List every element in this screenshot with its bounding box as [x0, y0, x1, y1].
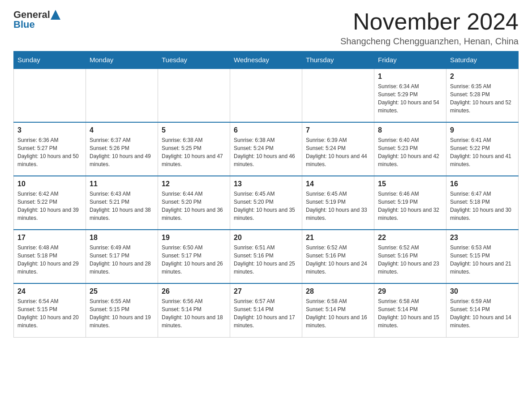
calendar-cell: 24Sunrise: 6:54 AM Sunset: 5:15 PM Dayli… [14, 283, 86, 337]
day-info: Sunrise: 6:45 AM Sunset: 5:20 PM Dayligh… [234, 190, 298, 222]
calendar-cell: 7Sunrise: 6:39 AM Sunset: 5:24 PM Daylig… [302, 122, 374, 176]
day-number: 15 [378, 180, 442, 188]
weekday-header-wednesday: Wednesday [230, 51, 302, 69]
day-info: Sunrise: 6:50 AM Sunset: 5:17 PM Dayligh… [162, 244, 226, 276]
calendar-cell [86, 68, 158, 122]
day-info: Sunrise: 6:35 AM Sunset: 5:28 PM Dayligh… [450, 82, 515, 115]
calendar-cell: 14Sunrise: 6:45 AM Sunset: 5:19 PM Dayli… [302, 176, 374, 230]
day-number: 2 [450, 73, 515, 81]
calendar-week-1: 1Sunrise: 6:34 AM Sunset: 5:29 PM Daylig… [14, 68, 519, 122]
day-info: Sunrise: 6:45 AM Sunset: 5:19 PM Dayligh… [306, 190, 370, 222]
day-info: Sunrise: 6:49 AM Sunset: 5:17 PM Dayligh… [90, 244, 154, 276]
day-number: 12 [162, 180, 226, 188]
calendar-cell: 1Sunrise: 6:34 AM Sunset: 5:29 PM Daylig… [374, 68, 446, 122]
day-number: 27 [234, 287, 298, 295]
day-number: 30 [450, 287, 515, 295]
day-number: 10 [17, 180, 82, 188]
calendar-cell: 9Sunrise: 6:41 AM Sunset: 5:22 PM Daylig… [446, 122, 519, 176]
day-info: Sunrise: 6:55 AM Sunset: 5:15 PM Dayligh… [90, 297, 154, 330]
day-number: 11 [90, 180, 154, 188]
calendar-cell: 30Sunrise: 6:59 AM Sunset: 5:14 PM Dayli… [446, 283, 519, 337]
calendar-cell: 13Sunrise: 6:45 AM Sunset: 5:20 PM Dayli… [230, 176, 302, 230]
weekday-header-tuesday: Tuesday [158, 51, 230, 69]
calendar-cell: 6Sunrise: 6:38 AM Sunset: 5:24 PM Daylig… [230, 122, 302, 176]
calendar-cell: 29Sunrise: 6:58 AM Sunset: 5:14 PM Dayli… [374, 283, 446, 337]
day-number: 24 [17, 287, 82, 295]
calendar-cell: 23Sunrise: 6:53 AM Sunset: 5:15 PM Dayli… [446, 230, 519, 283]
day-number: 25 [90, 287, 154, 295]
day-number: 4 [90, 126, 154, 134]
day-number: 13 [234, 180, 298, 188]
weekday-header-sunday: Sunday [14, 51, 86, 69]
calendar-cell: 15Sunrise: 6:46 AM Sunset: 5:19 PM Dayli… [374, 176, 446, 230]
day-number: 28 [306, 287, 370, 295]
calendar-cell: 5Sunrise: 6:38 AM Sunset: 5:25 PM Daylig… [158, 122, 230, 176]
calendar-cell: 21Sunrise: 6:52 AM Sunset: 5:16 PM Dayli… [302, 230, 374, 283]
day-info: Sunrise: 6:34 AM Sunset: 5:29 PM Dayligh… [378, 82, 442, 115]
calendar-cell: 22Sunrise: 6:52 AM Sunset: 5:16 PM Dayli… [374, 230, 446, 283]
day-number: 22 [378, 234, 442, 242]
weekday-header-thursday: Thursday [302, 51, 374, 69]
calendar-cell: 2Sunrise: 6:35 AM Sunset: 5:28 PM Daylig… [446, 68, 519, 122]
calendar-cell [302, 68, 374, 122]
day-number: 3 [17, 126, 82, 134]
calendar-cell: 25Sunrise: 6:55 AM Sunset: 5:15 PM Dayli… [86, 283, 158, 337]
calendar-cell: 3Sunrise: 6:36 AM Sunset: 5:27 PM Daylig… [14, 122, 86, 176]
day-info: Sunrise: 6:51 AM Sunset: 5:16 PM Dayligh… [234, 244, 298, 276]
day-number: 1 [378, 73, 442, 81]
weekday-header-monday: Monday [86, 51, 158, 69]
day-info: Sunrise: 6:38 AM Sunset: 5:24 PM Dayligh… [234, 136, 298, 168]
page-header: General Blue November 2024 Shangcheng Ch… [13, 9, 519, 47]
day-info: Sunrise: 6:38 AM Sunset: 5:25 PM Dayligh… [162, 136, 226, 168]
weekday-header-saturday: Saturday [446, 51, 519, 69]
calendar-cell: 28Sunrise: 6:58 AM Sunset: 5:14 PM Dayli… [302, 283, 374, 337]
day-info: Sunrise: 6:58 AM Sunset: 5:14 PM Dayligh… [306, 297, 370, 330]
day-info: Sunrise: 6:58 AM Sunset: 5:14 PM Dayligh… [378, 297, 442, 330]
day-number: 17 [17, 234, 82, 242]
calendar-week-2: 3Sunrise: 6:36 AM Sunset: 5:27 PM Daylig… [14, 122, 519, 176]
day-number: 18 [90, 234, 154, 242]
day-info: Sunrise: 6:52 AM Sunset: 5:16 PM Dayligh… [378, 244, 442, 276]
calendar-cell [158, 68, 230, 122]
day-info: Sunrise: 6:37 AM Sunset: 5:26 PM Dayligh… [90, 136, 154, 168]
day-info: Sunrise: 6:43 AM Sunset: 5:21 PM Dayligh… [90, 190, 154, 222]
day-number: 9 [450, 126, 515, 134]
day-number: 19 [162, 234, 226, 242]
day-info: Sunrise: 6:53 AM Sunset: 5:15 PM Dayligh… [450, 244, 515, 276]
title-block: November 2024 Shangcheng Chengguanzhen, … [340, 9, 519, 47]
month-title: November 2024 [340, 9, 519, 34]
day-info: Sunrise: 6:56 AM Sunset: 5:14 PM Dayligh… [162, 297, 226, 330]
day-number: 7 [306, 126, 370, 134]
logo: General Blue [13, 9, 60, 30]
calendar-cell: 10Sunrise: 6:42 AM Sunset: 5:22 PM Dayli… [14, 176, 86, 230]
location-subtitle: Shangcheng Chengguanzhen, Henan, China [340, 36, 519, 47]
weekday-header-friday: Friday [374, 51, 446, 69]
day-number: 8 [378, 126, 442, 134]
day-info: Sunrise: 6:59 AM Sunset: 5:14 PM Dayligh… [450, 297, 515, 330]
day-info: Sunrise: 6:52 AM Sunset: 5:16 PM Dayligh… [306, 244, 370, 276]
calendar-cell [14, 68, 86, 122]
day-number: 23 [450, 234, 515, 242]
calendar-cell: 12Sunrise: 6:44 AM Sunset: 5:20 PM Dayli… [158, 176, 230, 230]
calendar-cell: 11Sunrise: 6:43 AM Sunset: 5:21 PM Dayli… [86, 176, 158, 230]
day-info: Sunrise: 6:41 AM Sunset: 5:22 PM Dayligh… [450, 136, 515, 168]
calendar-cell: 19Sunrise: 6:50 AM Sunset: 5:17 PM Dayli… [158, 230, 230, 283]
calendar-cell: 26Sunrise: 6:56 AM Sunset: 5:14 PM Dayli… [158, 283, 230, 337]
day-info: Sunrise: 6:48 AM Sunset: 5:18 PM Dayligh… [17, 244, 82, 276]
calendar-cell: 4Sunrise: 6:37 AM Sunset: 5:26 PM Daylig… [86, 122, 158, 176]
day-info: Sunrise: 6:39 AM Sunset: 5:24 PM Dayligh… [306, 136, 370, 168]
calendar-cell: 8Sunrise: 6:40 AM Sunset: 5:23 PM Daylig… [374, 122, 446, 176]
day-info: Sunrise: 6:46 AM Sunset: 5:19 PM Dayligh… [378, 190, 442, 222]
calendar-cell: 16Sunrise: 6:47 AM Sunset: 5:18 PM Dayli… [446, 176, 519, 230]
calendar-cell [230, 68, 302, 122]
calendar-cell: 17Sunrise: 6:48 AM Sunset: 5:18 PM Dayli… [14, 230, 86, 283]
day-number: 16 [450, 180, 515, 188]
calendar-week-4: 17Sunrise: 6:48 AM Sunset: 5:18 PM Dayli… [14, 230, 519, 283]
day-number: 29 [378, 287, 442, 295]
calendar-table: SundayMondayTuesdayWednesdayThursdayFrid… [13, 51, 519, 338]
logo-blue-text: Blue [13, 19, 35, 30]
day-info: Sunrise: 6:36 AM Sunset: 5:27 PM Dayligh… [17, 136, 82, 168]
day-info: Sunrise: 6:57 AM Sunset: 5:14 PM Dayligh… [234, 297, 298, 330]
logo-triangle-icon [51, 10, 60, 20]
svg-marker-0 [51, 10, 60, 20]
